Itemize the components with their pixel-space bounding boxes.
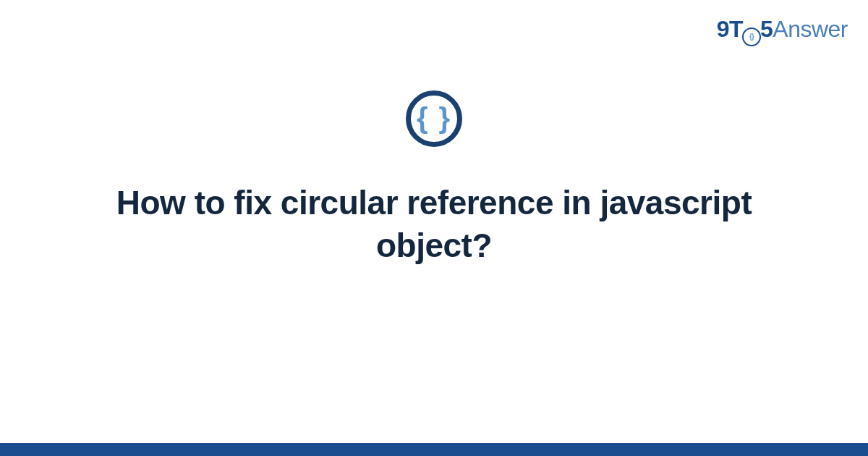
logo-zero-braces-icon: {}	[749, 33, 754, 41]
logo-prefix: 9T	[717, 16, 743, 42]
code-braces-icon: { }	[417, 104, 451, 132]
logo-mid: 5	[760, 16, 773, 42]
category-badge: { }	[406, 90, 462, 147]
main-content: { } How to fix circular reference in jav…	[0, 90, 868, 267]
site-logo: 9T{}5Answer	[717, 16, 848, 46]
logo-suffix: Answer	[773, 16, 848, 42]
logo-zero-ring: {}	[742, 28, 761, 46]
logo-zero: {}	[743, 16, 760, 46]
question-title: How to fix circular reference in javascr…	[80, 182, 788, 267]
footer-accent-bar	[0, 443, 868, 456]
